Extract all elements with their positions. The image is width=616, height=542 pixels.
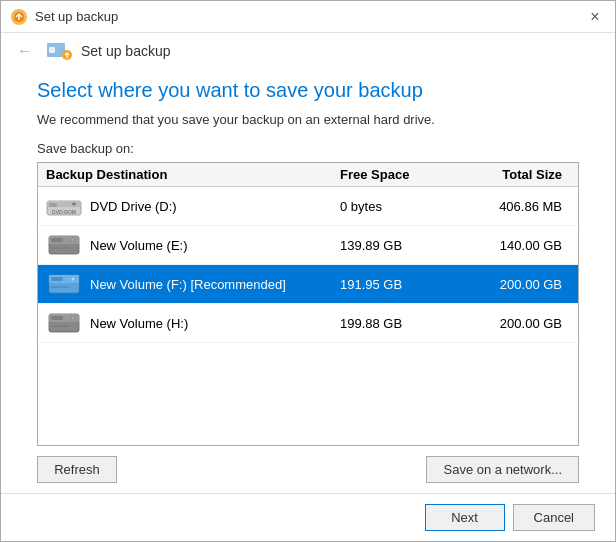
title-bar-left: Set up backup: [9, 7, 118, 27]
total-size: 140.00 GB: [460, 238, 570, 253]
svg-point-13: [71, 238, 75, 242]
table-row[interactable]: New Volume (H:) 199.88 GB 200.00 GB: [38, 304, 578, 343]
nav-bar: ← Set up backup: [1, 33, 615, 69]
svg-rect-17: [51, 277, 63, 281]
drives-table: Backup Destination Free Space Total Size: [37, 162, 579, 446]
network-button[interactable]: Save on a network...: [426, 456, 579, 483]
svg-rect-14: [51, 247, 69, 249]
page-heading: Select where you want to save your backu…: [37, 79, 579, 102]
main-window: Set up backup × ← Set up backup Select w…: [0, 0, 616, 542]
total-size: 200.00 GB: [460, 316, 570, 331]
table-row[interactable]: New Volume (F:) [Recommended] 191.95 GB …: [38, 265, 578, 304]
free-space: 139.89 GB: [340, 238, 460, 253]
wizard-icon: [45, 37, 73, 65]
row-name: New Volume (H:): [46, 310, 340, 336]
free-space: 0 bytes: [340, 199, 460, 214]
hdd-icon: [46, 271, 82, 297]
save-label: Save backup on:: [37, 141, 579, 156]
total-size: 406.86 MB: [460, 199, 570, 214]
drive-name: New Volume (F:) [Recommended]: [90, 277, 286, 292]
footer: Next Cancel: [1, 493, 615, 541]
action-buttons: Refresh Save on a network...: [37, 456, 579, 483]
close-button[interactable]: ×: [583, 5, 607, 29]
refresh-button[interactable]: Refresh: [37, 456, 117, 483]
svg-rect-3: [49, 47, 55, 53]
backup-icon: [9, 7, 29, 27]
col-freespace: Free Space: [340, 167, 460, 182]
dvd-icon: DVD-ROM: [46, 193, 82, 219]
svg-rect-19: [51, 286, 69, 288]
page-subtext: We recommend that you save your backup o…: [37, 112, 579, 127]
table-row[interactable]: DVD-ROM DVD Drive (D:) 0 bytes 406.86 MB: [38, 187, 578, 226]
row-name: New Volume (F:) [Recommended]: [46, 271, 340, 297]
drive-name: DVD Drive (D:): [90, 199, 177, 214]
table-header: Backup Destination Free Space Total Size: [38, 163, 578, 187]
row-name: New Volume (E:): [46, 232, 340, 258]
table-body: DVD-ROM DVD Drive (D:) 0 bytes 406.86 MB: [38, 187, 578, 445]
title-bar-text: Set up backup: [35, 9, 118, 24]
svg-rect-24: [51, 325, 69, 327]
svg-rect-7: [49, 203, 57, 207]
svg-rect-22: [51, 316, 63, 320]
drive-name: New Volume (H:): [90, 316, 188, 331]
back-button[interactable]: ←: [13, 39, 37, 63]
free-space: 199.88 GB: [340, 316, 460, 331]
col-totalsize: Total Size: [460, 167, 570, 182]
cancel-button[interactable]: Cancel: [513, 504, 595, 531]
title-bar: Set up backup ×: [1, 1, 615, 33]
hdd-icon: [46, 310, 82, 336]
next-button[interactable]: Next: [425, 504, 505, 531]
svg-point-9: [72, 203, 76, 206]
table-row[interactable]: New Volume (E:) 139.89 GB 140.00 GB: [38, 226, 578, 265]
col-destination: Backup Destination: [46, 167, 340, 182]
drive-name: New Volume (E:): [90, 238, 188, 253]
free-space: 191.95 GB: [340, 277, 460, 292]
svg-rect-12: [51, 238, 63, 242]
content-area: Select where you want to save your backu…: [1, 69, 615, 493]
hdd-icon: [46, 232, 82, 258]
svg-point-23: [71, 316, 75, 320]
row-name: DVD-ROM DVD Drive (D:): [46, 193, 340, 219]
svg-point-18: [71, 277, 75, 281]
nav-title: Set up backup: [81, 43, 171, 59]
total-size: 200.00 GB: [460, 277, 570, 292]
svg-text:DVD-ROM: DVD-ROM: [52, 209, 76, 215]
